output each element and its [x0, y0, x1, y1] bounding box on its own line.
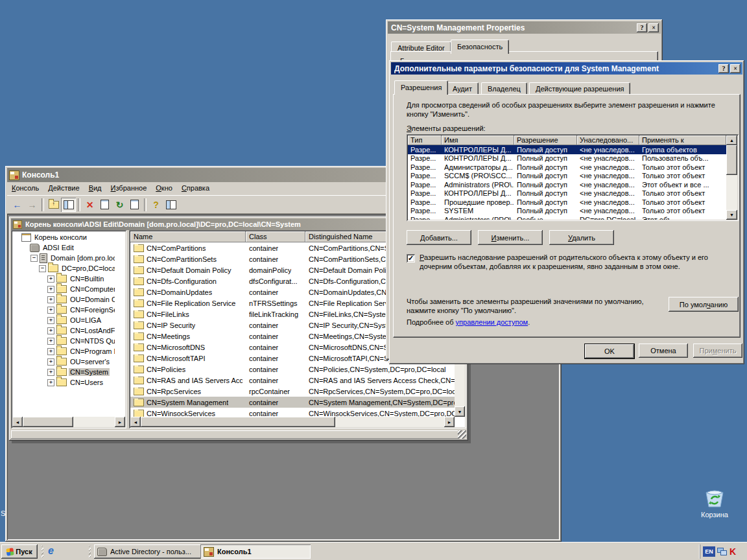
- expand-icon[interactable]: +: [47, 348, 54, 355]
- ok-button[interactable]: OK: [584, 344, 635, 359]
- show-hide-tree-icon[interactable]: [163, 198, 178, 212]
- tree-item[interactable]: −DC=pro,DC=local: [12, 263, 115, 274]
- scroll-up-icon[interactable]: ▲: [726, 135, 737, 145]
- close-button[interactable]: ×: [730, 64, 741, 73]
- add-button[interactable]: Добавить...: [407, 230, 471, 245]
- permission-entry-row[interactable]: Разре...КОНТРОЛЛЕРЫ Д...Полный доступ<не…: [408, 145, 726, 154]
- tree-item[interactable]: +CN=NTDS Quotas: [12, 336, 115, 346]
- list-hscroll-thumb[interactable]: [141, 417, 335, 427]
- tree-item[interactable]: ADSI Edit: [12, 242, 115, 253]
- list-row[interactable]: CN=WinsockServicescontainerCN=WinsockSer…: [130, 408, 455, 417]
- scroll-right-icon[interactable]: ►: [444, 417, 455, 427]
- list-row[interactable]: CN=RAS and IAS Servers Acc...containerCN…: [130, 375, 455, 386]
- expand-icon[interactable]: +: [47, 358, 54, 366]
- tree-hscroll-thumb[interactable]: [23, 417, 73, 427]
- scroll-down-icon[interactable]: ▼: [726, 210, 737, 220]
- menu-избранное[interactable]: Избранное: [106, 182, 152, 193]
- properties-titlebar[interactable]: CN=System Management Properties ? ×: [388, 21, 661, 34]
- network-tray-icon[interactable]: [717, 547, 728, 556]
- kaspersky-tray-icon[interactable]: K: [729, 546, 736, 557]
- start-button[interactable]: Пуск: [1, 544, 38, 559]
- expand-icon[interactable]: +: [47, 307, 54, 314]
- export-list-icon[interactable]: [127, 198, 142, 212]
- inherit-permissions-checkbox[interactable]: ✓: [407, 254, 415, 262]
- list-row[interactable]: CN=PoliciescontainerCN=Policies,CN=Syste…: [130, 364, 455, 375]
- expand-icon[interactable]: +: [47, 338, 54, 345]
- menu-действие[interactable]: Действие: [43, 182, 84, 193]
- permission-entry-row[interactable]: Разре...Administrators (PRO\...Полный до…: [408, 180, 726, 189]
- remove-button[interactable]: Удалить: [549, 230, 614, 245]
- expand-icon[interactable]: +: [47, 327, 54, 334]
- permission-vscroll-thumb[interactable]: [726, 145, 737, 175]
- permission-entry-row[interactable]: Разре...SCCM$ (PRO\SCC...Полный доступ<н…: [408, 172, 726, 181]
- permission-table-vscrollbar[interactable]: ▲ ▼: [726, 135, 737, 220]
- up-one-level-icon[interactable]: ↑: [46, 198, 61, 212]
- tree-item[interactable]: +CN=System: [12, 367, 115, 377]
- help-titlebar-button[interactable]: ?: [637, 23, 647, 32]
- list-row[interactable]: CN=System ManagementcontainerCN=System M…: [130, 397, 455, 408]
- menu-вид[interactable]: Вид: [84, 182, 106, 193]
- menu-окно[interactable]: Окно: [151, 182, 177, 193]
- close-button[interactable]: ×: [648, 23, 659, 32]
- access-control-link[interactable]: управлении доступом: [456, 318, 528, 326]
- permission-entry-row[interactable]: Разре...SYSTEMПолный доступ<не унаследов…: [408, 207, 726, 216]
- help-icon[interactable]: ?: [148, 198, 163, 212]
- permission-entry-row[interactable]: Разре...Administrators (PRO\...ОсобыеDC=…: [408, 215, 726, 220]
- taskbar-grip[interactable]: [89, 546, 91, 557]
- restore-defaults-button[interactable]: По умолчанию: [669, 297, 739, 312]
- tree-item[interactable]: +OU=Domain Controllers: [12, 294, 115, 305]
- permission-entry-row[interactable]: Разре...Администраторы д...Полный доступ…: [408, 163, 726, 172]
- perm-column-3[interactable]: Унаследовано...: [577, 135, 639, 145]
- tree-item[interactable]: +CN=Builtin: [12, 274, 115, 284]
- list-hscrollbar[interactable]: ◄ ►: [130, 417, 455, 427]
- perm-column-4[interactable]: Применять к: [639, 135, 726, 145]
- expand-icon[interactable]: +: [47, 275, 54, 283]
- apply-button[interactable]: Применить: [693, 344, 742, 358]
- scroll-left-icon[interactable]: ◄: [12, 417, 23, 427]
- task-button-2[interactable]: Консоль1: [200, 544, 311, 559]
- tree-item[interactable]: +CN=Users: [12, 377, 115, 388]
- tree-item[interactable]: +CN=ForeignSecurityPrincipals: [12, 305, 115, 315]
- recycle-bin[interactable]: Корзина: [695, 486, 734, 519]
- tree-item[interactable]: +OU=LIGA: [12, 315, 115, 325]
- perm-column-0[interactable]: Тип: [408, 135, 442, 145]
- tree-hscrollbar[interactable]: ◄ ►: [12, 417, 125, 427]
- task-button-1[interactable]: Active Directory - польз...: [94, 544, 204, 559]
- cancel-button[interactable]: Отмена: [639, 344, 688, 358]
- edit-button[interactable]: Изменить...: [478, 230, 543, 245]
- delete-icon[interactable]: ✕: [82, 198, 97, 212]
- tree-item[interactable]: +CN=Computers: [12, 284, 115, 294]
- expand-icon[interactable]: +: [47, 286, 54, 293]
- expand-icon[interactable]: +: [47, 369, 54, 376]
- permission-entry-row[interactable]: Разре...КОНТРОЛЛЕРЫ Д...Полный доступ<не…: [408, 154, 726, 163]
- tab-безопасность[interactable]: Безопасность: [451, 40, 509, 54]
- expand-icon[interactable]: +: [47, 317, 54, 324]
- expand-icon[interactable]: +: [47, 379, 54, 386]
- menu-справка[interactable]: Справка: [177, 182, 214, 193]
- column-header-name[interactable]: Name: [130, 231, 246, 242]
- permission-entry-row[interactable]: Разре...КОНТРОЛЛЕРЫ Д...Полный доступ<не…: [408, 189, 726, 198]
- scroll-down-icon[interactable]: ▼: [455, 406, 465, 417]
- perm-column-1[interactable]: Имя: [442, 135, 514, 145]
- collapse-icon[interactable]: −: [30, 255, 38, 262]
- permission-entry-row[interactable]: Разре...Прошедшие провер...Полный доступ…: [408, 198, 726, 207]
- scroll-right-icon[interactable]: ►: [115, 417, 125, 427]
- expand-icon[interactable]: +: [47, 296, 54, 303]
- collapse-icon[interactable]: −: [39, 265, 46, 272]
- help-titlebar-button[interactable]: ?: [718, 64, 729, 73]
- tab-владелец[interactable]: Владелец: [481, 82, 527, 95]
- tree-item[interactable]: +CN=LostAndFound: [12, 325, 115, 336]
- quicklaunch-grip[interactable]: [42, 546, 43, 557]
- language-indicator[interactable]: EN: [703, 546, 715, 557]
- menu-консоль[interactable]: Консоль: [7, 182, 43, 193]
- tree-item[interactable]: +OU=server's: [12, 356, 115, 367]
- scroll-left-icon[interactable]: ◄: [130, 417, 141, 427]
- forward-icon[interactable]: →: [25, 198, 40, 212]
- back-icon[interactable]: ←: [10, 198, 25, 212]
- column-header-class[interactable]: Class: [246, 231, 305, 242]
- perm-column-2[interactable]: Разрешение: [514, 135, 577, 145]
- tab-разрешения[interactable]: Разрешения: [394, 80, 448, 95]
- properties-icon[interactable]: [97, 198, 112, 212]
- tree-item[interactable]: Корень консоли: [12, 232, 115, 242]
- list-row[interactable]: CN=RpcServicesrpcContainerCN=RpcServices…: [130, 386, 455, 397]
